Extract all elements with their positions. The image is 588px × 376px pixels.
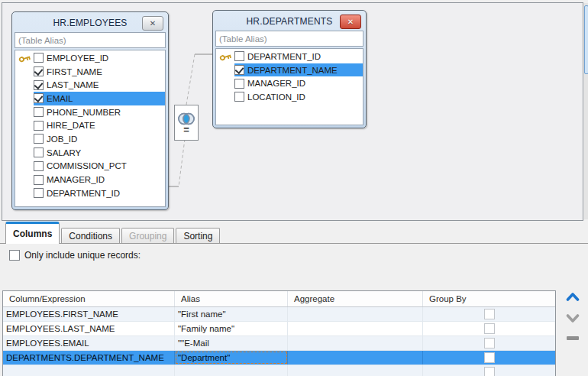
departments-titlebar[interactable]: HR.DEPARTMENTS ✕: [215, 12, 363, 31]
join-operator: =: [183, 126, 189, 134]
column-checkbox[interactable]: [34, 188, 44, 198]
tab-columns[interactable]: Columns: [5, 222, 60, 244]
employees-titlebar[interactable]: HR.EMPLOYEES ✕: [15, 14, 166, 32]
grid-row-selected[interactable]: DEPARTMENTS.DEPARTMENT_NAME "Department": [3, 351, 555, 365]
column-row[interactable]: SALARY: [15, 146, 165, 160]
employees-alias-input[interactable]: [15, 32, 166, 48]
column-row[interactable]: HIRE_DATE: [15, 118, 165, 132]
primary-key-icon: [216, 50, 234, 63]
table-window-employees[interactable]: HR.EMPLOYEES ✕ EMPLOYEE_ID: [11, 11, 169, 210]
departments-column-list: DEPARTMENT_ID DEPARTMENT_NAME MANAGER_ID: [215, 48, 363, 125]
header-group-by[interactable]: Group By: [423, 291, 555, 306]
grid-row[interactable]: EMPLOYEES.EMAIL ""E-Mail: [3, 336, 555, 351]
column-checkbox[interactable]: [34, 147, 44, 157]
column-checkbox[interactable]: [234, 92, 244, 102]
primary-key-icon: [15, 52, 34, 64]
column-row[interactable]: PHONE_NUMBER: [15, 105, 165, 119]
departments-alias-input[interactable]: [215, 31, 363, 47]
column-row[interactable]: DEPARTMENT_ID: [15, 186, 165, 200]
join-node[interactable]: =: [174, 105, 199, 141]
chevron-down-icon: [566, 313, 580, 323]
column-checkbox[interactable]: [34, 175, 44, 185]
column-row[interactable]: MANAGER_ID: [15, 173, 165, 186]
header-alias[interactable]: Alias: [175, 291, 288, 306]
tab-grouping: Grouping: [121, 228, 174, 244]
header-column-expression[interactable]: Column/Expression: [3, 291, 175, 306]
close-icon[interactable]: ✕: [340, 15, 361, 29]
vertical-scrollbar[interactable]: [584, 3, 588, 219]
chevron-up-icon: [566, 292, 580, 302]
grid-row[interactable]: EMPLOYEES.LAST_NAME "Family name": [3, 322, 555, 336]
column-checkbox[interactable]: [234, 65, 244, 75]
column-row[interactable]: JOB_ID: [15, 132, 165, 146]
column-row-selected[interactable]: DEPARTMENT_NAME: [216, 63, 363, 77]
header-aggregate[interactable]: Aggregate: [288, 291, 423, 306]
move-down-button[interactable]: [564, 312, 581, 324]
departments-title: HR.DEPARTMENTS: [246, 16, 332, 27]
column-row[interactable]: MANAGER_ID: [216, 76, 363, 90]
column-row[interactable]: DEPARTMENT_ID: [216, 50, 363, 63]
table-window-departments[interactable]: HR.DEPARTMENTS ✕ DEPARTMENT_ID: [212, 10, 367, 128]
column-checkbox[interactable]: [234, 51, 244, 61]
scrollbar-thumb[interactable]: [584, 5, 588, 74]
grid-row[interactable]: EMPLOYEES.FIRST_NAME "First name": [3, 307, 555, 322]
row-action-buttons: [564, 290, 582, 340]
group-by-checkbox[interactable]: [484, 309, 495, 319]
employees-column-list: EMPLOYEE_ID FIRST_NAME LAST_NAME: [15, 50, 166, 207]
column-row[interactable]: FIRST_NAME: [15, 65, 165, 79]
column-checkbox[interactable]: [34, 66, 44, 76]
unique-records-option[interactable]: Only include unique records:: [9, 250, 141, 261]
column-row[interactable]: LOCATION_ID: [216, 90, 363, 104]
column-checkbox[interactable]: [234, 79, 244, 89]
alias-cell-focused[interactable]: "Department": [175, 351, 288, 365]
diagram-canvas[interactable]: HR.EMPLOYEES ✕ EMPLOYEE_ID: [2, 2, 583, 221]
column-row[interactable]: COMMISSION_PCT: [15, 160, 165, 173]
column-row-selected[interactable]: EMAIL: [15, 92, 165, 105]
unique-records-checkbox[interactable]: [9, 250, 20, 261]
unique-records-label: Only include unique records:: [24, 250, 141, 261]
grid-header-row: Column/Expression Alias Aggregate Group …: [3, 291, 555, 307]
tab-conditions[interactable]: Conditions: [61, 228, 120, 244]
query-builder-window: HR.EMPLOYEES ✕ EMPLOYEE_ID: [0, 0, 588, 376]
columns-grid: Column/Expression Alias Aggregate Group …: [2, 290, 556, 376]
column-checkbox[interactable]: [34, 80, 44, 90]
column-checkbox[interactable]: [34, 53, 44, 63]
bottom-panel: Columns Conditions Grouping Sorting Only…: [0, 222, 588, 376]
grid-row-empty[interactable]: [3, 365, 555, 376]
column-checkbox[interactable]: [34, 134, 44, 144]
column-checkbox[interactable]: [34, 121, 44, 131]
employees-title: HR.EMPLOYEES: [53, 18, 127, 28]
column-row[interactable]: EMPLOYEE_ID: [15, 51, 165, 65]
column-row[interactable]: LAST_NAME: [15, 78, 165, 92]
columns-tab-content: Only include unique records: Column/Expr…: [0, 243, 588, 369]
remove-row-icon[interactable]: [567, 336, 579, 340]
group-by-checkbox[interactable]: [484, 367, 495, 376]
tab-bar: Columns Conditions Grouping Sorting: [5, 223, 221, 244]
group-by-checkbox[interactable]: [484, 352, 495, 363]
column-checkbox[interactable]: [34, 107, 44, 117]
group-by-checkbox[interactable]: [484, 323, 495, 334]
close-icon[interactable]: ✕: [142, 16, 163, 31]
column-checkbox[interactable]: [34, 93, 44, 103]
group-by-checkbox[interactable]: [484, 338, 495, 348]
tab-sorting[interactable]: Sorting: [176, 228, 220, 244]
move-up-button[interactable]: [564, 290, 581, 303]
column-checkbox[interactable]: [34, 161, 44, 171]
